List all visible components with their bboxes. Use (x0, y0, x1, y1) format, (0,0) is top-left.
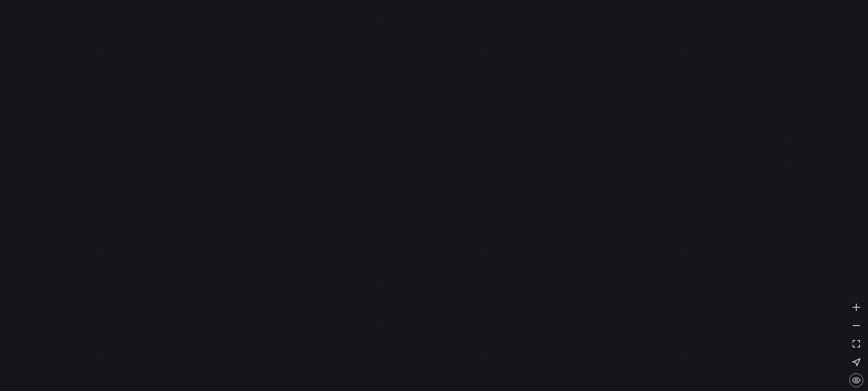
fit-view-icon (851, 339, 861, 349)
cursor-arrow-icon (851, 357, 861, 367)
plus-icon (851, 302, 861, 312)
canvas-toolbar (849, 300, 863, 391)
pan-mode-button[interactable] (849, 355, 863, 369)
zoom-out-button[interactable] (849, 319, 863, 333)
wire-layer (0, 0, 868, 391)
toggle-link-visibility-button[interactable] (849, 373, 863, 387)
fit-view-button[interactable] (849, 337, 863, 351)
zoom-in-button[interactable] (849, 300, 863, 314)
graph-canvas[interactable] (0, 0, 868, 391)
eye-icon (852, 376, 861, 385)
minus-icon (851, 320, 861, 331)
